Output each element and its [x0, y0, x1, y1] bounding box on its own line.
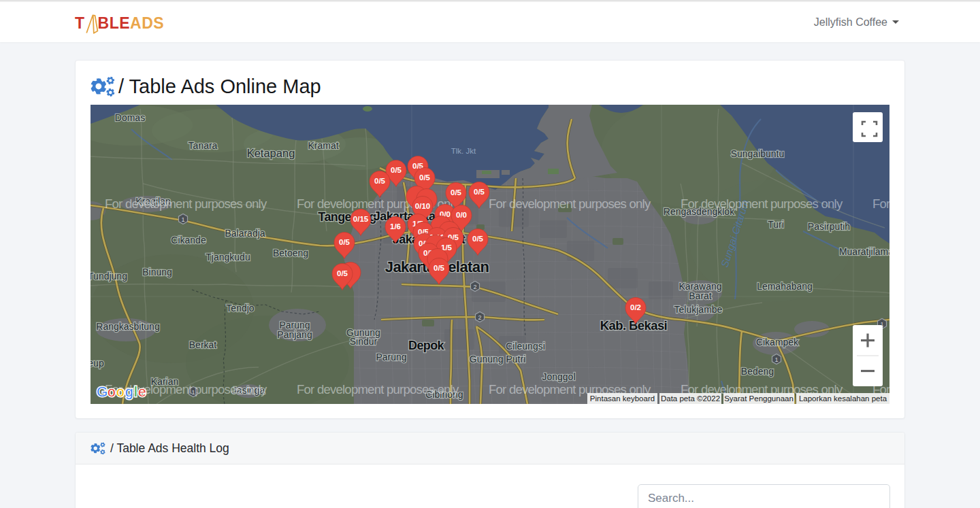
- svg-text:Cileungsi: Cileungsi: [506, 341, 545, 352]
- svg-text:For development purposes only: For development purposes only: [297, 382, 459, 396]
- svg-text:Sindur: Sindur: [350, 336, 378, 347]
- svg-text:Kramat: Kramat: [308, 140, 338, 151]
- svg-text:Turi: Turi: [768, 219, 784, 230]
- svg-text:Rangkasbitung: Rangkasbitung: [96, 321, 159, 332]
- svg-text:Bedeng: Bedeng: [741, 366, 774, 377]
- svg-text:0/5: 0/5: [419, 173, 431, 182]
- svg-text:l: l: [134, 384, 137, 399]
- svg-text:Panjang: Panjang: [277, 329, 312, 340]
- svg-text:0/5: 0/5: [451, 188, 462, 197]
- svg-text:Telukjambe: Telukjambe: [674, 304, 723, 315]
- svg-text:2: 2: [478, 314, 481, 321]
- svg-text:Domas: Domas: [115, 112, 145, 123]
- svg-text:For development purposes only: For development purposes only: [105, 197, 267, 211]
- svg-text:Muaratjilama: Muaratjilama: [839, 246, 889, 257]
- svg-text:0/5: 0/5: [339, 238, 350, 246]
- svg-text:Betoeng: Betoeng: [273, 248, 308, 258]
- svg-text:0/15: 0/15: [353, 215, 369, 223]
- svg-text:0/5: 0/5: [434, 264, 445, 272]
- svg-text:o: o: [108, 384, 116, 399]
- svg-text:0/0: 0/0: [456, 211, 467, 219]
- svg-text:0/2: 0/2: [630, 303, 641, 311]
- svg-text:2: 2: [473, 284, 476, 290]
- svg-text:Data peta ©2022: Data peta ©2022: [661, 394, 720, 403]
- svg-text:eup: eup: [91, 358, 104, 369]
- svg-text:Sungaibuntu: Sungaibuntu: [731, 148, 785, 159]
- svg-text:Depok: Depok: [408, 339, 445, 352]
- svg-text:0/5: 0/5: [391, 166, 402, 174]
- svg-text:Laporkan kesalahan peta: Laporkan kesalahan peta: [799, 394, 887, 403]
- svg-text:Pintasan keyboard: Pintasan keyboard: [590, 394, 655, 403]
- svg-text:Tundjung: Tundjung: [91, 271, 127, 282]
- svg-text:Gunung Putri: Gunung Putri: [470, 354, 526, 365]
- svg-text:Parung: Parung: [376, 352, 406, 362]
- svg-text:0/5: 0/5: [474, 188, 485, 196]
- svg-text:e: e: [138, 384, 146, 399]
- svg-text:Balaradja: Balaradja: [225, 228, 265, 239]
- svg-text:Ketapang: Ketapang: [247, 147, 295, 159]
- svg-text:G: G: [97, 384, 108, 399]
- svg-text:1: 1: [181, 216, 184, 223]
- svg-text:o: o: [116, 384, 125, 399]
- svg-text:1/6: 1/6: [390, 222, 401, 231]
- svg-text:Berkat: Berkat: [189, 339, 217, 350]
- svg-text:For development purposes only: For development purposes only: [872, 197, 889, 211]
- svg-text:Pasirputih: Pasirputih: [808, 221, 850, 232]
- svg-text:0/5: 0/5: [337, 269, 348, 277]
- svg-text:Syarat Penggunaan: Syarat Penggunaan: [724, 394, 794, 403]
- svg-text:0/10: 0/10: [415, 202, 430, 210]
- svg-text:Cikampek: Cikampek: [756, 337, 799, 348]
- svg-text:g: g: [125, 384, 133, 399]
- svg-text:For development purposes only: For development purposes only: [681, 197, 843, 211]
- svg-text:Barat: Barat: [689, 290, 712, 301]
- svg-text:Tjangkudu: Tjangkudu: [206, 252, 250, 263]
- svg-text:Tanara: Tanara: [189, 140, 218, 151]
- svg-text:1: 1: [774, 356, 778, 363]
- svg-text:Tlk. Jkt: Tlk. Jkt: [451, 147, 476, 155]
- svg-text:0/5: 0/5: [472, 235, 484, 243]
- svg-text:Tendjo: Tendjo: [226, 303, 254, 314]
- svg-text:0/5: 0/5: [374, 177, 386, 185]
- svg-text:Binung: Binung: [142, 267, 172, 277]
- svg-text:Jonggol: Jonggol: [542, 371, 575, 382]
- svg-text:For development purposes only: For development purposes only: [489, 197, 651, 211]
- svg-text:Cikande: Cikande: [171, 235, 206, 245]
- svg-text:Lemahabang: Lemahabang: [757, 281, 813, 292]
